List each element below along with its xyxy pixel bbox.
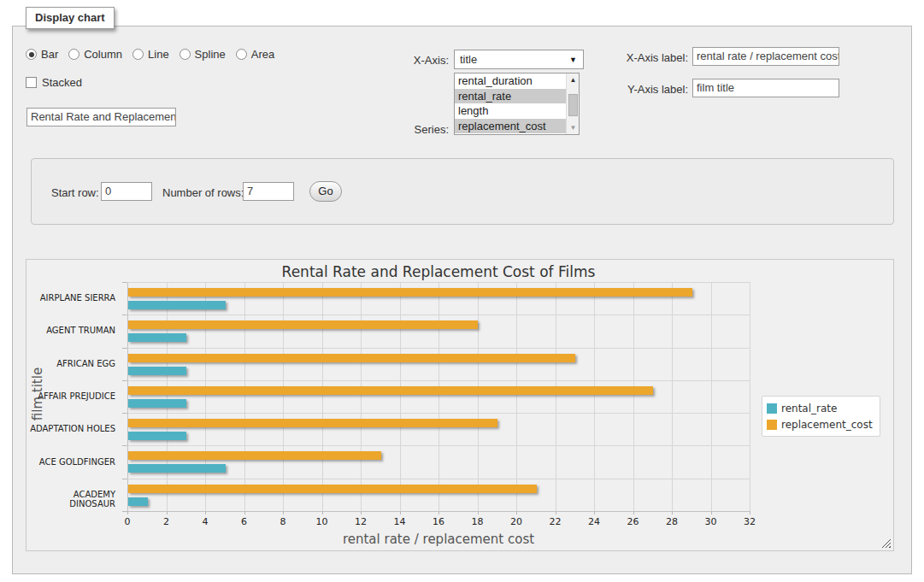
vertical-gridline (711, 282, 712, 511)
chart-type-option-line[interactable]: Line (132, 48, 169, 61)
x-tick-label: 4 (188, 516, 222, 527)
bar-replacement_cost[interactable] (128, 288, 692, 297)
series-label: Series: (372, 123, 449, 136)
bar-replacement_cost[interactable] (128, 451, 381, 460)
chart-type-option-bar[interactable]: Bar (26, 48, 58, 61)
scroll-down-icon[interactable]: ▼ (567, 121, 580, 134)
bar-replacement_cost[interactable] (128, 386, 653, 395)
bar-replacement_cost[interactable] (128, 354, 575, 362)
chart-type-option-spline[interactable]: Spline (180, 48, 226, 61)
vertical-gridline (438, 282, 439, 511)
scrollbar-thumb[interactable] (568, 94, 578, 116)
y-tick-mark (122, 348, 127, 349)
legend-label: replacement_cost (781, 419, 873, 431)
series-option-rental_rate[interactable]: rental_rate (455, 89, 566, 104)
category-label: AFRICAN EGG (26, 359, 122, 368)
category-label: ADAPTATION HOLES (26, 424, 122, 433)
x-tick-label: 28 (655, 516, 689, 527)
category-label: AGENT TRUMAN (26, 326, 122, 335)
legend-item-rental_rate[interactable]: rental_rate (767, 400, 873, 416)
bar-rental_rate[interactable] (128, 432, 186, 440)
category-label: ACE GOLDFINGER (26, 457, 122, 467)
legend-item-replacement_cost[interactable]: replacement_cost (767, 416, 873, 432)
horizontal-gridline (127, 380, 750, 381)
horizontal-gridline (127, 479, 750, 479)
bar-rental_rate[interactable] (128, 497, 148, 506)
radio-icon[interactable] (236, 49, 247, 60)
resize-grip-icon[interactable] (881, 538, 891, 548)
vertical-gridline (556, 282, 556, 511)
x-tick-label: 16 (421, 516, 456, 527)
y-axis-label-input[interactable]: film title (692, 79, 839, 97)
stacked-row: Stacked (26, 76, 82, 89)
x-axis-label-input[interactable]: rental rate / replacement cost (692, 47, 839, 66)
y-tick-mark (122, 282, 127, 283)
vertical-gridline (672, 282, 673, 511)
bar-replacement_cost[interactable] (128, 320, 478, 329)
horizontal-gridline (127, 315, 750, 315)
y-axis-label-label: Y-Axis label: (611, 83, 688, 96)
y-tick-mark (122, 315, 127, 315)
series-listbox[interactable]: rental_durationrental_ratelengthreplacem… (454, 73, 580, 135)
category-label: ACADEMY DINOSAUR (26, 490, 122, 509)
x-tick-label: 20 (499, 516, 533, 527)
y-tick-mark (122, 380, 127, 381)
x-tick-label: 32 (733, 516, 767, 527)
x-tick-label: 2 (150, 516, 184, 527)
vertical-gridline (361, 282, 362, 511)
bar-rental_rate[interactable] (128, 367, 186, 375)
radio-label: Line (148, 48, 169, 61)
horizontal-gridline (127, 348, 750, 349)
radio-label: Bar (41, 48, 58, 61)
x-tick-label: 30 (694, 516, 728, 527)
start-row-input[interactable]: 0 (101, 182, 152, 201)
vertical-gridline (594, 282, 595, 511)
vertical-gridline (750, 282, 750, 511)
vertical-gridline (478, 282, 479, 511)
y-tick-mark (122, 479, 127, 479)
num-rows-input[interactable]: 7 (243, 182, 294, 201)
series-option-replacement_cost[interactable]: replacement_cost (455, 119, 566, 134)
category-label: AIRPLANE SIERRA (26, 293, 122, 303)
x-axis-select-label: X-Axis: (372, 54, 449, 67)
bar-replacement_cost[interactable] (128, 485, 537, 493)
x-tick-label: 8 (266, 516, 300, 527)
stacked-checkbox[interactable] (26, 77, 37, 88)
vertical-gridline (400, 282, 401, 511)
vertical-gridline (516, 282, 517, 511)
horizontal-gridline (127, 445, 750, 446)
chart-title-input[interactable]: Rental Rate and Replacement Cost of Film… (26, 108, 176, 126)
radio-icon[interactable] (132, 49, 144, 60)
vertical-gridline (167, 282, 168, 511)
bar-rental_rate[interactable] (128, 301, 226, 309)
radio-label: Column (84, 48, 122, 61)
go-button[interactable]: Go (309, 181, 342, 202)
x-tick-label: 24 (577, 516, 611, 527)
series-option-length[interactable]: length (455, 103, 566, 119)
chart-type-option-column[interactable]: Column (68, 48, 122, 61)
chevron-down-icon: ▼ (569, 56, 583, 64)
radio-icon[interactable] (180, 49, 191, 60)
vertical-gridline (244, 282, 245, 511)
radio-icon[interactable] (68, 49, 79, 60)
x-tick-label: 0 (110, 516, 144, 527)
x-axis-select[interactable]: title ▼ (454, 50, 584, 69)
chart-type-option-area[interactable]: Area (236, 48, 274, 61)
bar-rental_rate[interactable] (128, 333, 186, 342)
y-axis-line (127, 282, 128, 511)
x-tick-label: 6 (227, 516, 262, 527)
radio-label: Spline (195, 48, 226, 61)
bar-replacement_cost[interactable] (128, 419, 497, 427)
series-scrollbar[interactable]: ▲ ▼ (566, 73, 579, 134)
series-option-rental_duration[interactable]: rental_duration (455, 73, 566, 89)
horizontal-gridline (127, 282, 750, 283)
chart-container: Rental Rate and Replacement Cost of Film… (26, 259, 894, 551)
radio-label: Area (251, 48, 274, 61)
x-tick-label: 22 (539, 516, 573, 527)
scroll-up-icon[interactable]: ▲ (567, 73, 580, 86)
radio-icon[interactable] (26, 49, 37, 60)
bar-rental_rate[interactable] (128, 399, 186, 408)
chart-type-radio-group: BarColumnLineSplineArea (26, 48, 285, 61)
vertical-gridline (633, 282, 634, 511)
bar-rental_rate[interactable] (128, 464, 226, 473)
